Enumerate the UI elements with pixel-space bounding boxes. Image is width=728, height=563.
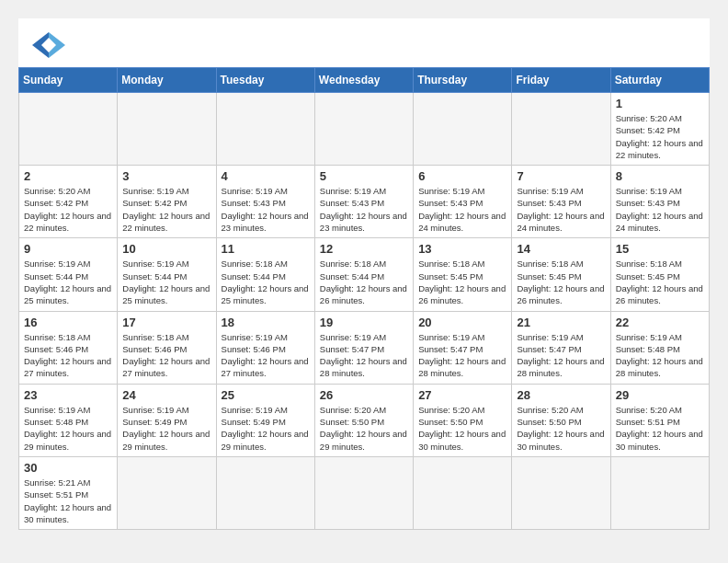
day-number: 10 bbox=[122, 242, 210, 256]
calendar-cell: 2Sunrise: 5:20 AMSunset: 5:42 PMDaylight… bbox=[19, 166, 118, 238]
day-info: Sunrise: 5:20 AMSunset: 5:51 PMDaylight:… bbox=[616, 404, 704, 453]
day-header-thursday: Thursday bbox=[414, 68, 512, 93]
day-number: 7 bbox=[517, 169, 605, 183]
day-info: Sunrise: 5:19 AMSunset: 5:43 PMDaylight:… bbox=[616, 185, 704, 234]
calendar-cell: 22Sunrise: 5:19 AMSunset: 5:48 PMDayligh… bbox=[610, 311, 709, 384]
day-info: Sunrise: 5:18 AMSunset: 5:45 PMDaylight:… bbox=[418, 258, 506, 306]
calendar-cell: 27Sunrise: 5:20 AMSunset: 5:50 PMDayligh… bbox=[414, 384, 512, 456]
calendar-cell: 26Sunrise: 5:20 AMSunset: 5:50 PMDayligh… bbox=[314, 384, 413, 456]
calendar-cell: 30Sunrise: 5:21 AMSunset: 5:51 PMDayligh… bbox=[19, 456, 118, 529]
day-info: Sunrise: 5:19 AMSunset: 5:44 PMDaylight:… bbox=[122, 258, 210, 306]
calendar-cell bbox=[512, 93, 610, 166]
day-info: Sunrise: 5:19 AMSunset: 5:43 PMDaylight:… bbox=[517, 185, 605, 234]
day-number: 27 bbox=[418, 388, 506, 402]
calendar-header-row: SundayMondayTuesdayWednesdayThursdayFrid… bbox=[19, 68, 710, 93]
day-number: 3 bbox=[122, 169, 210, 183]
day-info: Sunrise: 5:19 AMSunset: 5:49 PMDaylight:… bbox=[122, 404, 210, 453]
day-number: 9 bbox=[24, 242, 112, 256]
calendar-cell: 17Sunrise: 5:18 AMSunset: 5:46 PMDayligh… bbox=[118, 311, 216, 384]
calendar-week-row: 16Sunrise: 5:18 AMSunset: 5:46 PMDayligh… bbox=[19, 311, 710, 384]
day-number: 26 bbox=[320, 388, 408, 402]
day-header-tuesday: Tuesday bbox=[216, 68, 314, 93]
calendar-cell: 13Sunrise: 5:18 AMSunset: 5:45 PMDayligh… bbox=[414, 238, 512, 311]
day-number: 28 bbox=[517, 388, 605, 402]
day-number: 30 bbox=[24, 461, 112, 475]
day-number: 22 bbox=[616, 316, 704, 329]
calendar-cell: 25Sunrise: 5:19 AMSunset: 5:49 PMDayligh… bbox=[216, 384, 314, 456]
calendar-table: SundayMondayTuesdayWednesdayThursdayFrid… bbox=[18, 67, 710, 530]
day-number: 21 bbox=[517, 316, 605, 329]
calendar-cell: 19Sunrise: 5:19 AMSunset: 5:47 PMDayligh… bbox=[314, 311, 413, 384]
day-header-saturday: Saturday bbox=[610, 68, 709, 93]
calendar-cell: 21Sunrise: 5:19 AMSunset: 5:47 PMDayligh… bbox=[512, 311, 610, 384]
day-number: 8 bbox=[616, 169, 704, 183]
day-number: 23 bbox=[24, 388, 112, 402]
calendar-cell bbox=[414, 456, 512, 529]
day-info: Sunrise: 5:19 AMSunset: 5:47 PMDaylight:… bbox=[418, 331, 506, 380]
day-info: Sunrise: 5:19 AMSunset: 5:49 PMDaylight:… bbox=[222, 404, 310, 453]
calendar-cell: 24Sunrise: 5:19 AMSunset: 5:49 PMDayligh… bbox=[118, 384, 216, 456]
day-number: 12 bbox=[320, 242, 408, 256]
calendar-cell: 7Sunrise: 5:19 AMSunset: 5:43 PMDaylight… bbox=[512, 166, 610, 238]
calendar-cell: 6Sunrise: 5:19 AMSunset: 5:43 PMDaylight… bbox=[414, 166, 512, 238]
day-info: Sunrise: 5:19 AMSunset: 5:47 PMDaylight:… bbox=[320, 331, 408, 380]
calendar-cell bbox=[610, 456, 709, 529]
day-number: 6 bbox=[418, 169, 506, 183]
day-info: Sunrise: 5:20 AMSunset: 5:50 PMDaylight:… bbox=[320, 404, 408, 453]
calendar-cell: 28Sunrise: 5:20 AMSunset: 5:50 PMDayligh… bbox=[512, 384, 610, 456]
calendar-cell: 5Sunrise: 5:19 AMSunset: 5:43 PMDaylight… bbox=[314, 166, 413, 238]
calendar-cell: 29Sunrise: 5:20 AMSunset: 5:51 PMDayligh… bbox=[610, 384, 709, 456]
day-info: Sunrise: 5:20 AMSunset: 5:50 PMDaylight:… bbox=[418, 404, 506, 453]
calendar-cell bbox=[118, 456, 216, 529]
logo bbox=[32, 32, 69, 58]
day-number: 14 bbox=[517, 242, 605, 256]
calendar-cell: 4Sunrise: 5:19 AMSunset: 5:43 PMDaylight… bbox=[216, 166, 314, 238]
calendar-cell bbox=[314, 456, 413, 529]
calendar-cell: 3Sunrise: 5:19 AMSunset: 5:42 PMDaylight… bbox=[118, 166, 216, 238]
day-info: Sunrise: 5:18 AMSunset: 5:45 PMDaylight:… bbox=[517, 258, 605, 306]
calendar-cell bbox=[414, 93, 512, 166]
day-number: 29 bbox=[616, 388, 704, 402]
day-info: Sunrise: 5:18 AMSunset: 5:46 PMDaylight:… bbox=[24, 331, 112, 380]
day-info: Sunrise: 5:18 AMSunset: 5:44 PMDaylight:… bbox=[222, 258, 310, 306]
calendar-cell: 9Sunrise: 5:19 AMSunset: 5:44 PMDaylight… bbox=[19, 238, 118, 311]
day-header-wednesday: Wednesday bbox=[314, 68, 413, 93]
day-number: 17 bbox=[122, 316, 210, 329]
calendar-cell bbox=[216, 456, 314, 529]
calendar-week-row: 30Sunrise: 5:21 AMSunset: 5:51 PMDayligh… bbox=[19, 456, 710, 529]
day-info: Sunrise: 5:19 AMSunset: 5:43 PMDaylight:… bbox=[418, 185, 506, 234]
calendar-cell: 20Sunrise: 5:19 AMSunset: 5:47 PMDayligh… bbox=[414, 311, 512, 384]
day-info: Sunrise: 5:19 AMSunset: 5:48 PMDaylight:… bbox=[616, 331, 704, 380]
day-info: Sunrise: 5:19 AMSunset: 5:42 PMDaylight:… bbox=[122, 185, 210, 234]
calendar-cell: 10Sunrise: 5:19 AMSunset: 5:44 PMDayligh… bbox=[118, 238, 216, 311]
calendar-cell: 11Sunrise: 5:18 AMSunset: 5:44 PMDayligh… bbox=[216, 238, 314, 311]
day-header-sunday: Sunday bbox=[19, 68, 118, 93]
calendar-cell: 8Sunrise: 5:19 AMSunset: 5:43 PMDaylight… bbox=[610, 166, 709, 238]
day-header-monday: Monday bbox=[118, 68, 216, 93]
day-number: 11 bbox=[222, 242, 310, 256]
calendar-week-row: 9Sunrise: 5:19 AMSunset: 5:44 PMDaylight… bbox=[19, 238, 710, 311]
day-info: Sunrise: 5:19 AMSunset: 5:46 PMDaylight:… bbox=[222, 331, 310, 380]
day-info: Sunrise: 5:18 AMSunset: 5:44 PMDaylight:… bbox=[320, 258, 408, 306]
day-header-friday: Friday bbox=[512, 68, 610, 93]
calendar-cell: 18Sunrise: 5:19 AMSunset: 5:46 PMDayligh… bbox=[216, 311, 314, 384]
day-info: Sunrise: 5:20 AMSunset: 5:42 PMDaylight:… bbox=[616, 112, 704, 161]
calendar-cell: 12Sunrise: 5:18 AMSunset: 5:44 PMDayligh… bbox=[314, 238, 413, 311]
calendar-week-row: 23Sunrise: 5:19 AMSunset: 5:48 PMDayligh… bbox=[19, 384, 710, 456]
day-number: 15 bbox=[616, 242, 704, 256]
calendar-week-row: 1Sunrise: 5:20 AMSunset: 5:42 PMDaylight… bbox=[19, 93, 710, 166]
calendar-cell: 23Sunrise: 5:19 AMSunset: 5:48 PMDayligh… bbox=[19, 384, 118, 456]
day-number: 24 bbox=[122, 388, 210, 402]
calendar-cell bbox=[118, 93, 216, 166]
calendar-cell: 14Sunrise: 5:18 AMSunset: 5:45 PMDayligh… bbox=[512, 238, 610, 311]
day-info: Sunrise: 5:19 AMSunset: 5:43 PMDaylight:… bbox=[222, 185, 310, 234]
calendar-cell: 16Sunrise: 5:18 AMSunset: 5:46 PMDayligh… bbox=[19, 311, 118, 384]
day-info: Sunrise: 5:20 AMSunset: 5:50 PMDaylight:… bbox=[517, 404, 605, 453]
day-number: 20 bbox=[418, 316, 506, 329]
day-info: Sunrise: 5:20 AMSunset: 5:42 PMDaylight:… bbox=[24, 185, 112, 234]
day-number: 19 bbox=[320, 316, 408, 329]
day-number: 5 bbox=[320, 169, 408, 183]
logo-icon bbox=[32, 32, 65, 58]
calendar-cell bbox=[314, 93, 413, 166]
day-info: Sunrise: 5:19 AMSunset: 5:44 PMDaylight:… bbox=[24, 258, 112, 306]
